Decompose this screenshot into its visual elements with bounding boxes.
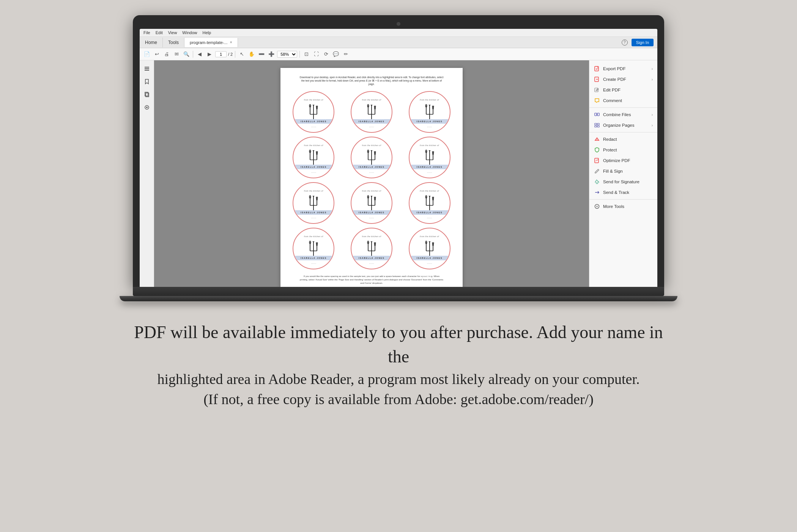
svg-point-20 bbox=[425, 104, 427, 108]
more-tools-label: More Tools bbox=[603, 204, 653, 209]
list-item: from the kitchen of bbox=[402, 91, 457, 133]
label-bottom-text: * * * * * bbox=[369, 263, 374, 265]
menu-edit[interactable]: Edit bbox=[156, 30, 163, 35]
edit-pdf-label: Edit PDF bbox=[603, 88, 653, 92]
sidebar-tools-icon[interactable] bbox=[142, 102, 152, 113]
tab-close-button[interactable]: × bbox=[230, 40, 232, 44]
help-icon[interactable]: ? bbox=[622, 39, 628, 46]
zoom-select[interactable]: 58% bbox=[277, 51, 297, 58]
panel-item-send-signature[interactable]: Send for Signature bbox=[589, 176, 657, 187]
toolbar-fit-icon[interactable]: ⊡ bbox=[302, 50, 310, 58]
bottom-text-line2: highlighted area in Adobe Reader, a prog… bbox=[133, 369, 664, 389]
panel-item-combine-files[interactable]: Combine Files › bbox=[589, 109, 657, 120]
toolbar-search-icon[interactable]: 🔍 bbox=[182, 50, 191, 58]
panel-item-fill-sign[interactable]: Fill & Sign bbox=[589, 166, 657, 176]
label-name: ISABELLA JONES bbox=[293, 256, 334, 260]
laptop-screen: File Edit View Window Help Home Tools pr… bbox=[140, 29, 657, 287]
svg-rect-1 bbox=[145, 68, 149, 69]
panel-item-more-tools[interactable]: More Tools bbox=[589, 201, 657, 212]
label-circle: from the kitchen of ISABELLA JONES * * *… bbox=[409, 182, 450, 224]
toolbar-zoom-in-icon[interactable]: ➕ bbox=[267, 50, 276, 58]
toolbar-new-icon[interactable]: 📄 bbox=[143, 50, 151, 58]
tab-bar: Home Tools program-template-... × ? Sign… bbox=[140, 37, 657, 48]
toolbar-hand-icon[interactable]: ✋ bbox=[247, 50, 256, 58]
sign-in-button[interactable]: Sign In bbox=[632, 39, 654, 46]
svg-point-56 bbox=[425, 195, 427, 199]
toolbar-print-icon[interactable]: 🖨 bbox=[162, 50, 171, 58]
label-circle: from the kitchen of ISABELLA JONES * * *… bbox=[293, 137, 334, 178]
menu-help[interactable]: Help bbox=[202, 30, 211, 35]
svg-point-38 bbox=[425, 150, 427, 153]
toolbar-zoom-out-icon[interactable]: ➖ bbox=[257, 50, 266, 58]
toolbar-sep-2 bbox=[235, 51, 235, 58]
panel-item-create-pdf[interactable]: Create PDF › bbox=[589, 74, 657, 85]
label-top-text: from the kitchen of bbox=[362, 190, 381, 192]
panel-item-edit-pdf[interactable]: Edit PDF bbox=[589, 85, 657, 95]
label-bottom-text: * * * * * bbox=[311, 172, 316, 174]
panel-item-redact[interactable]: Redact bbox=[589, 134, 657, 145]
fill-sign-icon bbox=[594, 168, 600, 174]
combine-files-arrow: › bbox=[652, 113, 653, 117]
send-track-label: Send & Track bbox=[603, 190, 653, 195]
toolbar-fullscreen-icon[interactable]: ⛶ bbox=[312, 50, 320, 58]
menu-window[interactable]: Window bbox=[182, 30, 197, 35]
right-panel: Export PDF › Create PDF › bbox=[589, 60, 657, 287]
list-item: from the kitchen of ISABELLA JONES * * *… bbox=[402, 228, 457, 269]
pdf-viewer-area[interactable]: Download to your desktop, open in Acroba… bbox=[154, 60, 589, 287]
tab-tools[interactable]: Tools bbox=[163, 38, 184, 47]
label-circle: from the kitchen of ISABELLA JONES * * *… bbox=[409, 137, 450, 178]
tab-document[interactable]: program-template-... × bbox=[184, 38, 238, 47]
label-circle: from the kitchen of ISABELLA JONES * * *… bbox=[351, 182, 392, 224]
panel-item-organize-pages[interactable]: Organize Pages › bbox=[589, 120, 657, 131]
panel-item-optimize-pdf[interactable]: Optimize PDF bbox=[589, 155, 657, 166]
more-tools-icon bbox=[594, 203, 600, 209]
label-top-text: from the kitchen of bbox=[420, 144, 439, 146]
label-circle: from the kitchen of bbox=[409, 91, 450, 133]
svg-point-50 bbox=[367, 195, 369, 199]
label-top-text: from the kitchen of bbox=[304, 99, 323, 101]
svg-point-68 bbox=[367, 241, 369, 244]
screen-bezel: File Edit View Window Help Home Tools pr… bbox=[133, 15, 664, 287]
svg-rect-86 bbox=[595, 126, 597, 127]
toolbar-select-icon[interactable]: ↖ bbox=[238, 50, 246, 58]
label-top-text: from the kitchen of bbox=[420, 235, 439, 238]
label-top-text: from the kitchen of bbox=[362, 235, 381, 238]
panel-item-comment[interactable]: Comment bbox=[589, 95, 657, 106]
toolbar-back-icon[interactable]: ↩ bbox=[153, 50, 161, 58]
svg-rect-87 bbox=[597, 126, 599, 127]
laptop-camera bbox=[397, 22, 400, 26]
label-bottom-text: * * * * * bbox=[311, 217, 316, 219]
svg-point-14 bbox=[367, 104, 369, 108]
label-circle: from the kitchen of ISABELLA JONES * * *… bbox=[351, 228, 392, 269]
list-item: from the kitchen of ISABELLA JONES * * *… bbox=[345, 228, 399, 269]
label-bottom-text: * * * * * bbox=[369, 126, 374, 128]
menu-file[interactable]: File bbox=[143, 30, 150, 35]
sidebar-layers-icon[interactable] bbox=[142, 63, 152, 74]
panel-item-send-track[interactable]: Send & Track bbox=[589, 187, 657, 198]
label-name: ISABELLA JONES bbox=[351, 210, 392, 215]
toolbar-prev-page-icon[interactable]: ◀ bbox=[195, 50, 204, 58]
svg-rect-83 bbox=[597, 113, 599, 116]
send-signature-icon bbox=[594, 179, 600, 185]
sidebar-pages-icon[interactable] bbox=[142, 89, 152, 100]
toolbar-comment-icon[interactable]: 💬 bbox=[332, 50, 340, 58]
label-name: ISABELLA JONES bbox=[410, 210, 450, 215]
tab-home[interactable]: Home bbox=[140, 38, 163, 47]
list-item: from the kitchen of ISABELLA JONES * * *… bbox=[345, 182, 399, 224]
optimize-pdf-icon bbox=[594, 157, 600, 164]
page-number-input[interactable]: 1 bbox=[215, 51, 227, 57]
toolbar-next-page-icon[interactable]: ▶ bbox=[205, 50, 214, 58]
toolbar-email-icon[interactable]: ✉ bbox=[172, 50, 181, 58]
menu-view[interactable]: View bbox=[168, 30, 177, 35]
toolbar-rotate-icon[interactable]: ⟳ bbox=[322, 50, 330, 58]
label-name: ISABELLA JONES bbox=[410, 256, 450, 260]
list-item: from the kitchen of ISABELLA JONES * * *… bbox=[402, 137, 457, 178]
sidebar-bookmarks-icon[interactable] bbox=[142, 76, 152, 87]
panel-item-export-pdf[interactable]: Export PDF › bbox=[589, 63, 657, 74]
acrobat-window: File Edit View Window Help Home Tools pr… bbox=[140, 29, 657, 287]
toolbar-pen-icon[interactable]: ✏ bbox=[342, 50, 350, 58]
label-bottom-text: * * * * * bbox=[311, 263, 316, 265]
panel-item-protect[interactable]: Protect bbox=[589, 145, 657, 155]
panel-divider-3 bbox=[589, 199, 657, 200]
svg-point-32 bbox=[367, 150, 369, 153]
